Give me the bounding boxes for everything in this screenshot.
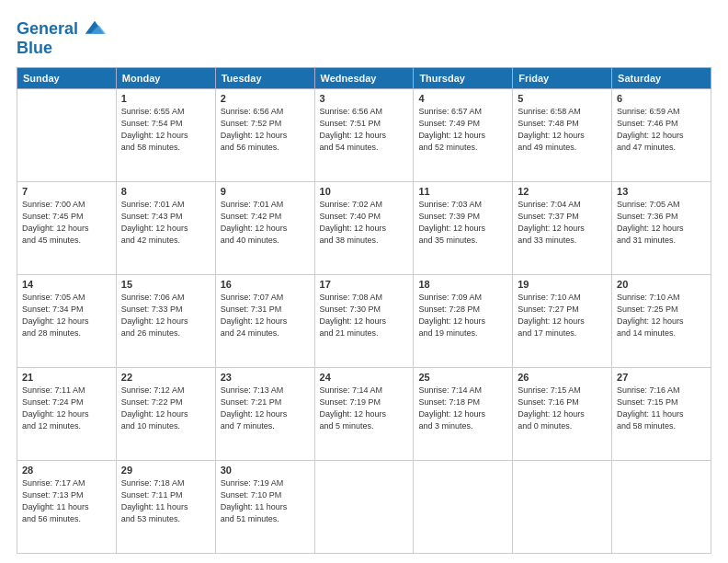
calendar-cell [612,461,711,554]
day-number: 25 [418,372,507,383]
weekday-header-row: SundayMondayTuesdayWednesdayThursdayFrid… [17,68,711,89]
day-number: 16 [221,279,310,290]
day-number: 30 [221,465,310,476]
day-number: 23 [221,372,310,383]
calendar-cell: 19Sunrise: 7:10 AM Sunset: 7:27 PM Dayli… [513,275,612,368]
calendar-cell: 30Sunrise: 7:19 AM Sunset: 7:10 PM Dayli… [215,461,314,554]
day-number: 27 [617,372,706,383]
day-info: Sunrise: 7:06 AM Sunset: 7:33 PM Dayligh… [121,292,210,339]
weekday-header-saturday: Saturday [612,68,711,89]
day-number: 29 [121,465,210,476]
logo: General Blue [17,17,108,58]
week-row-5: 28Sunrise: 7:17 AM Sunset: 7:13 PM Dayli… [17,461,711,554]
day-number: 28 [22,465,111,476]
day-info: Sunrise: 7:18 AM Sunset: 7:11 PM Dayligh… [121,477,210,525]
calendar-cell: 23Sunrise: 7:13 AM Sunset: 7:21 PM Dayli… [215,368,314,461]
day-number: 13 [617,186,706,197]
calendar-cell: 11Sunrise: 7:03 AM Sunset: 7:39 PM Dayli… [414,182,513,275]
calendar-cell: 18Sunrise: 7:09 AM Sunset: 7:28 PM Dayli… [414,275,513,368]
day-number: 5 [518,93,607,104]
week-row-3: 14Sunrise: 7:05 AM Sunset: 7:34 PM Dayli… [17,275,711,368]
calendar-cell [314,461,414,554]
logo-icon [82,17,108,42]
day-info: Sunrise: 7:09 AM Sunset: 7:28 PM Dayligh… [418,292,507,339]
calendar-cell: 15Sunrise: 7:06 AM Sunset: 7:33 PM Dayli… [116,275,215,368]
calendar-cell [513,461,612,554]
day-info: Sunrise: 7:15 AM Sunset: 7:16 PM Dayligh… [518,385,607,432]
day-number: 20 [617,279,706,290]
day-info: Sunrise: 6:58 AM Sunset: 7:48 PM Dayligh… [518,106,607,154]
calendar-cell: 29Sunrise: 7:18 AM Sunset: 7:11 PM Dayli… [116,461,215,554]
day-info: Sunrise: 7:03 AM Sunset: 7:39 PM Dayligh… [418,199,507,247]
day-info: Sunrise: 7:16 AM Sunset: 7:15 PM Dayligh… [617,385,706,432]
calendar-cell [17,89,117,182]
day-info: Sunrise: 6:56 AM Sunset: 7:51 PM Dayligh… [320,106,409,154]
day-info: Sunrise: 7:10 AM Sunset: 7:25 PM Dayligh… [617,292,706,339]
day-info: Sunrise: 6:57 AM Sunset: 7:49 PM Dayligh… [418,106,507,154]
week-row-2: 7Sunrise: 7:00 AM Sunset: 7:45 PM Daylig… [17,182,711,275]
day-number: 18 [418,279,507,290]
calendar-cell: 7Sunrise: 7:00 AM Sunset: 7:45 PM Daylig… [17,182,117,275]
weekday-header-monday: Monday [116,68,215,89]
day-number: 15 [121,279,210,290]
day-info: Sunrise: 7:04 AM Sunset: 7:37 PM Dayligh… [518,199,607,247]
day-number: 6 [617,93,706,104]
weekday-header-sunday: Sunday [17,68,117,89]
day-info: Sunrise: 7:01 AM Sunset: 7:42 PM Dayligh… [221,199,310,247]
calendar-cell: 9Sunrise: 7:01 AM Sunset: 7:42 PM Daylig… [215,182,314,275]
calendar-cell: 20Sunrise: 7:10 AM Sunset: 7:25 PM Dayli… [612,275,711,368]
day-number: 12 [518,186,607,197]
calendar-cell: 4Sunrise: 6:57 AM Sunset: 7:49 PM Daylig… [414,89,513,182]
calendar-cell: 12Sunrise: 7:04 AM Sunset: 7:37 PM Dayli… [513,182,612,275]
calendar-table: SundayMondayTuesdayWednesdayThursdayFrid… [17,67,711,554]
calendar-cell: 3Sunrise: 6:56 AM Sunset: 7:51 PM Daylig… [314,89,414,182]
day-number: 26 [518,372,607,383]
day-info: Sunrise: 6:59 AM Sunset: 7:46 PM Dayligh… [617,106,706,154]
day-number: 24 [320,372,409,383]
week-row-4: 21Sunrise: 7:11 AM Sunset: 7:24 PM Dayli… [17,368,711,461]
day-info: Sunrise: 7:11 AM Sunset: 7:24 PM Dayligh… [22,385,111,432]
week-row-1: 1Sunrise: 6:55 AM Sunset: 7:54 PM Daylig… [17,89,711,182]
calendar-cell: 25Sunrise: 7:14 AM Sunset: 7:18 PM Dayli… [414,368,513,461]
calendar-cell: 13Sunrise: 7:05 AM Sunset: 7:36 PM Dayli… [612,182,711,275]
day-info: Sunrise: 7:13 AM Sunset: 7:21 PM Dayligh… [221,385,310,432]
day-info: Sunrise: 7:12 AM Sunset: 7:22 PM Dayligh… [121,385,210,432]
weekday-header-wednesday: Wednesday [314,68,414,89]
day-info: Sunrise: 6:56 AM Sunset: 7:52 PM Dayligh… [221,106,310,154]
day-info: Sunrise: 7:02 AM Sunset: 7:40 PM Dayligh… [320,199,409,247]
day-number: 2 [221,93,310,104]
day-info: Sunrise: 7:14 AM Sunset: 7:18 PM Dayligh… [418,385,507,432]
day-info: Sunrise: 7:05 AM Sunset: 7:36 PM Dayligh… [617,199,706,247]
day-number: 4 [418,93,507,104]
calendar-cell: 10Sunrise: 7:02 AM Sunset: 7:40 PM Dayli… [314,182,414,275]
day-number: 1 [121,93,210,104]
day-info: Sunrise: 7:05 AM Sunset: 7:34 PM Dayligh… [22,292,111,339]
day-number: 11 [418,186,507,197]
calendar-cell: 5Sunrise: 6:58 AM Sunset: 7:48 PM Daylig… [513,89,612,182]
calendar-cell: 1Sunrise: 6:55 AM Sunset: 7:54 PM Daylig… [116,89,215,182]
day-info: Sunrise: 7:19 AM Sunset: 7:10 PM Dayligh… [221,477,310,525]
calendar-cell: 26Sunrise: 7:15 AM Sunset: 7:16 PM Dayli… [513,368,612,461]
day-info: Sunrise: 7:08 AM Sunset: 7:30 PM Dayligh… [320,292,409,339]
logo-text: General [17,20,78,39]
day-info: Sunrise: 6:55 AM Sunset: 7:54 PM Dayligh… [121,106,210,154]
day-info: Sunrise: 7:10 AM Sunset: 7:27 PM Dayligh… [518,292,607,339]
calendar-cell: 14Sunrise: 7:05 AM Sunset: 7:34 PM Dayli… [17,275,117,368]
page-header: General Blue [17,17,711,58]
day-number: 7 [22,186,111,197]
calendar-cell: 21Sunrise: 7:11 AM Sunset: 7:24 PM Dayli… [17,368,117,461]
calendar-cell [414,461,513,554]
day-info: Sunrise: 7:01 AM Sunset: 7:43 PM Dayligh… [121,199,210,247]
weekday-header-tuesday: Tuesday [215,68,314,89]
day-number: 10 [320,186,409,197]
day-number: 3 [320,93,409,104]
calendar-cell: 6Sunrise: 6:59 AM Sunset: 7:46 PM Daylig… [612,89,711,182]
day-number: 21 [22,372,111,383]
day-number: 9 [221,186,310,197]
day-number: 17 [320,279,409,290]
calendar-cell: 8Sunrise: 7:01 AM Sunset: 7:43 PM Daylig… [116,182,215,275]
calendar-cell: 17Sunrise: 7:08 AM Sunset: 7:30 PM Dayli… [314,275,414,368]
day-number: 14 [22,279,111,290]
calendar-cell: 22Sunrise: 7:12 AM Sunset: 7:22 PM Dayli… [116,368,215,461]
day-number: 8 [121,186,210,197]
